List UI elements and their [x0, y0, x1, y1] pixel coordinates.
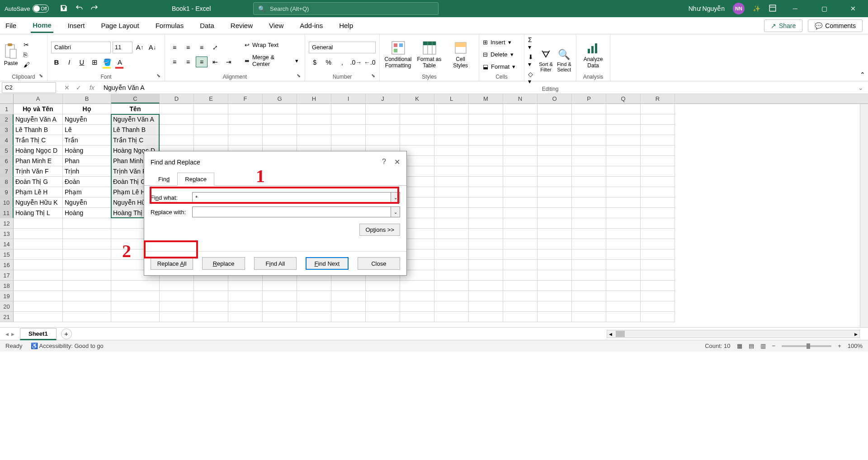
column-header-H[interactable]: H: [297, 94, 331, 103]
cell-H4[interactable]: [297, 135, 331, 146]
row-header-6[interactable]: 6: [0, 156, 14, 166]
number-launcher-icon[interactable]: ⬊: [371, 73, 377, 79]
align-center-icon[interactable]: ≡: [182, 56, 194, 67]
vertical-scrollbar[interactable]: [860, 104, 868, 327]
search-box[interactable]: 🔍 Search (Alt+Q): [253, 2, 439, 15]
menu-insert[interactable]: Insert: [66, 19, 87, 32]
cell-J21[interactable]: [366, 312, 400, 322]
cell-B9[interactable]: Phạm: [63, 187, 111, 197]
cell-H20[interactable]: [297, 301, 331, 312]
align-bottom-icon[interactable]: ≡: [196, 42, 208, 53]
cell-M19[interactable]: [469, 291, 503, 301]
dialog-tab-find[interactable]: Find: [151, 173, 177, 186]
cut-icon[interactable]: ✂: [24, 41, 30, 48]
cell-A8[interactable]: Đoàn Thị G: [14, 177, 63, 187]
cell-O6[interactable]: [538, 156, 572, 166]
cell-N19[interactable]: [503, 291, 538, 301]
cell-P9[interactable]: [572, 187, 606, 197]
comma-format-icon[interactable]: ,: [336, 57, 348, 68]
cell-M21[interactable]: [469, 312, 503, 322]
cell-A19[interactable]: [14, 291, 63, 301]
cell-A20[interactable]: [14, 301, 63, 312]
decrease-decimal-icon[interactable]: ←.0: [364, 57, 376, 68]
border-button[interactable]: ⊞: [89, 57, 100, 68]
increase-decimal-icon[interactable]: .0→: [350, 57, 362, 68]
cell-A10[interactable]: Nguyễn Hữu K: [14, 197, 63, 208]
cancel-formula-icon[interactable]: ✕: [64, 84, 70, 91]
row-header-15[interactable]: 15: [0, 249, 14, 260]
cell-M20[interactable]: [469, 301, 503, 312]
cell-P20[interactable]: [572, 301, 606, 312]
cell-A21[interactable]: [14, 312, 63, 322]
cell-N2[interactable]: [503, 114, 538, 125]
cell-K2[interactable]: [400, 114, 434, 125]
zoom-slider[interactable]: [782, 345, 831, 347]
cell-N13[interactable]: [503, 229, 538, 239]
menu-help[interactable]: Help: [337, 19, 355, 32]
cell-O17[interactable]: [538, 270, 572, 281]
cell-L4[interactable]: [434, 135, 469, 146]
menu-review[interactable]: Review: [229, 19, 255, 32]
cell-F18[interactable]: [228, 281, 263, 291]
cell-O2[interactable]: [538, 114, 572, 125]
cell-O4[interactable]: [538, 135, 572, 146]
cell-H21[interactable]: [297, 312, 331, 322]
cell-B6[interactable]: Phan: [63, 156, 111, 166]
number-format-select[interactable]: [309, 42, 376, 53]
cell-K19[interactable]: [400, 291, 434, 301]
copy-icon[interactable]: ⎘: [24, 51, 30, 58]
cell-B16[interactable]: [63, 260, 111, 270]
cell-B4[interactable]: Trần: [63, 135, 111, 146]
cell-Q1[interactable]: [606, 104, 641, 114]
user-avatar[interactable]: NN: [733, 3, 745, 14]
cell-J2[interactable]: [366, 114, 400, 125]
cell-A7[interactable]: Trịnh Văn F: [14, 166, 63, 177]
column-header-F[interactable]: F: [228, 94, 263, 103]
cell-H18[interactable]: [297, 281, 331, 291]
cell-B8[interactable]: Đoàn: [63, 177, 111, 187]
cell-M4[interactable]: [469, 135, 503, 146]
cell-D1[interactable]: [160, 104, 194, 114]
cell-N1[interactable]: [503, 104, 538, 114]
cell-Q15[interactable]: [606, 249, 641, 260]
cell-O15[interactable]: [538, 249, 572, 260]
cell-D3[interactable]: [160, 125, 194, 135]
cell-A17[interactable]: [14, 270, 63, 281]
cell-N9[interactable]: [503, 187, 538, 197]
menu-view[interactable]: View: [267, 19, 285, 32]
cell-B7[interactable]: Trịnh: [63, 166, 111, 177]
cell-A9[interactable]: Phạm Lê H: [14, 187, 63, 197]
cell-A18[interactable]: [14, 281, 63, 291]
cell-Q14[interactable]: [606, 239, 641, 249]
cell-C21[interactable]: [111, 312, 160, 322]
column-header-G[interactable]: G: [263, 94, 297, 103]
cell-C3[interactable]: Lê Thanh B: [111, 125, 160, 135]
cell-M17[interactable]: [469, 270, 503, 281]
column-header-Q[interactable]: Q: [606, 94, 641, 103]
column-header-R[interactable]: R: [641, 94, 675, 103]
cell-J1[interactable]: [366, 104, 400, 114]
cell-P13[interactable]: [572, 229, 606, 239]
cell-G18[interactable]: [263, 281, 297, 291]
cell-F4[interactable]: [228, 135, 263, 146]
cell-P6[interactable]: [572, 156, 606, 166]
cell-G4[interactable]: [263, 135, 297, 146]
cell-I3[interactable]: [331, 125, 366, 135]
row-header-7[interactable]: 7: [0, 166, 14, 177]
column-header-J[interactable]: J: [366, 94, 400, 103]
cell-O9[interactable]: [538, 187, 572, 197]
select-all-corner[interactable]: [0, 94, 14, 103]
column-header-B[interactable]: B: [63, 94, 111, 103]
menu-page-layout[interactable]: Page Layout: [99, 19, 141, 32]
row-header-21[interactable]: 21: [0, 312, 14, 322]
cell-O16[interactable]: [538, 260, 572, 270]
cell-C19[interactable]: [111, 291, 160, 301]
cell-O3[interactable]: [538, 125, 572, 135]
cell-G20[interactable]: [263, 301, 297, 312]
cell-L7[interactable]: [434, 166, 469, 177]
cell-B14[interactable]: [63, 239, 111, 249]
cell-E2[interactable]: [194, 114, 228, 125]
cell-J20[interactable]: [366, 301, 400, 312]
cell-N8[interactable]: [503, 177, 538, 187]
cell-G1[interactable]: [263, 104, 297, 114]
